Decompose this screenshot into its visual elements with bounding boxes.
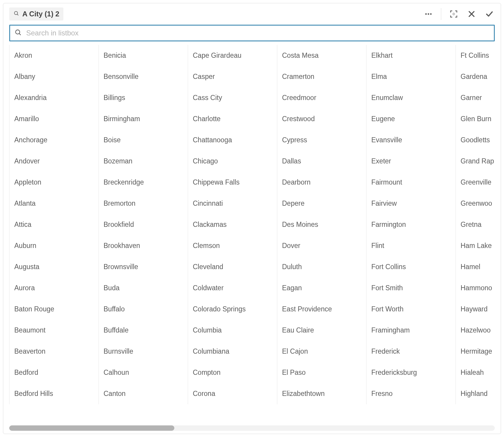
list-item[interactable]: Grand Rap xyxy=(456,151,501,172)
cancel-button[interactable] xyxy=(466,9,477,19)
list-item[interactable]: Appleton xyxy=(9,172,98,193)
list-item[interactable]: Atlanta xyxy=(9,193,98,214)
list-item[interactable]: Compton xyxy=(188,362,277,383)
list-item[interactable]: Costa Mesa xyxy=(277,45,366,66)
list-item[interactable]: Amarillo xyxy=(9,108,98,129)
list-item[interactable]: Garner xyxy=(456,87,501,108)
list-item[interactable]: Exeter xyxy=(366,151,456,172)
list-item[interactable]: Cape Girardeau xyxy=(188,45,277,66)
list-item[interactable]: Dallas xyxy=(277,151,366,172)
list-item[interactable]: Hammono xyxy=(456,277,501,299)
list-item[interactable]: Flint xyxy=(366,235,456,256)
list-item[interactable]: Fort Collins xyxy=(366,256,456,277)
list-item[interactable]: Calhoun xyxy=(98,362,188,383)
list-item[interactable]: Hayward xyxy=(456,299,501,320)
more-button[interactable] xyxy=(423,9,434,19)
list-item[interactable]: Burnsville xyxy=(98,341,188,362)
list-item[interactable]: Clackamas xyxy=(188,214,277,235)
list-item[interactable]: Framingham xyxy=(366,320,456,341)
list-item[interactable]: Andover xyxy=(9,151,98,172)
list-item[interactable]: Glen Burn xyxy=(456,108,501,129)
list-item[interactable]: Hialeah xyxy=(456,362,501,383)
list-item[interactable]: Aurora xyxy=(9,277,98,299)
list-item[interactable]: Elma xyxy=(366,66,456,87)
list-item[interactable]: Gretna xyxy=(456,214,501,235)
list-item[interactable]: Bedford Hills xyxy=(9,383,98,404)
list-item[interactable]: Colorado Springs xyxy=(188,299,277,320)
confirm-button[interactable] xyxy=(484,9,495,19)
list-item[interactable]: Fort Worth xyxy=(366,299,456,320)
list-item[interactable]: Highland xyxy=(456,383,501,404)
select-toggle-button[interactable] xyxy=(448,9,459,19)
list-item[interactable]: Coldwater xyxy=(188,277,277,299)
list-item[interactable]: Dearborn xyxy=(277,172,366,193)
list-item[interactable]: Eau Claire xyxy=(277,320,366,341)
list-item[interactable]: Brookfield xyxy=(98,214,188,235)
list-item[interactable]: Greenville xyxy=(456,172,501,193)
list-item[interactable]: Fresno xyxy=(366,383,456,404)
list-item[interactable]: Anchorage xyxy=(9,129,98,151)
list-item[interactable]: Chippewa Falls xyxy=(188,172,277,193)
list-item[interactable]: Des Moines xyxy=(277,214,366,235)
list-item[interactable]: Goodletts xyxy=(456,129,501,151)
list-item[interactable]: Frederick xyxy=(366,341,456,362)
list-item[interactable]: Elkhart xyxy=(366,45,456,66)
list-item[interactable]: Birmingham xyxy=(98,108,188,129)
list-item[interactable]: Columbia xyxy=(188,320,277,341)
list-item[interactable]: Cypress xyxy=(277,129,366,151)
list-item[interactable]: El Cajon xyxy=(277,341,366,362)
list-item[interactable]: Clemson xyxy=(188,235,277,256)
list-item[interactable]: Depere xyxy=(277,193,366,214)
list-item[interactable]: Cramerton xyxy=(277,66,366,87)
list-item[interactable]: Fredericksburg xyxy=(366,362,456,383)
list-item[interactable]: Charlotte xyxy=(188,108,277,129)
list-item[interactable]: Duluth xyxy=(277,256,366,277)
list-item[interactable]: Corona xyxy=(188,383,277,404)
list-item[interactable]: Buffalo xyxy=(98,299,188,320)
list-item[interactable]: Chattanooga xyxy=(188,129,277,151)
list-item[interactable]: Fairview xyxy=(366,193,456,214)
list-item[interactable]: Crestwood xyxy=(277,108,366,129)
list-item[interactable]: Creedmoor xyxy=(277,87,366,108)
list-item[interactable]: Hazelwoo xyxy=(456,320,501,341)
list-item[interactable]: Fort Smith xyxy=(366,277,456,299)
list-item[interactable]: Attica xyxy=(9,214,98,235)
title-pill[interactable]: A City (1) 2 xyxy=(9,7,63,21)
list-item[interactable]: Billings xyxy=(98,87,188,108)
list-item[interactable]: Columbiana xyxy=(188,341,277,362)
list-item[interactable]: Casper xyxy=(188,66,277,87)
list-item[interactable]: Chicago xyxy=(188,151,277,172)
list-item[interactable]: Ham Lake xyxy=(456,235,501,256)
horizontal-scrollbar[interactable] xyxy=(9,425,495,431)
list-item[interactable]: Fairmount xyxy=(366,172,456,193)
list-item[interactable]: Hermitage xyxy=(456,341,501,362)
list-item[interactable]: Brookhaven xyxy=(98,235,188,256)
list-item[interactable]: Beaverton xyxy=(9,341,98,362)
list-item[interactable]: Albany xyxy=(9,66,98,87)
list-item[interactable]: Bremorton xyxy=(98,193,188,214)
list-item[interactable]: Bensonville xyxy=(98,66,188,87)
list-item[interactable]: Augusta xyxy=(9,256,98,277)
list-item[interactable]: Ft Collins xyxy=(456,45,501,66)
list-item[interactable]: Hamel xyxy=(456,256,501,277)
list-item[interactable]: Enumclaw xyxy=(366,87,456,108)
list-item[interactable]: El Paso xyxy=(277,362,366,383)
search-input[interactable] xyxy=(26,29,490,37)
list-item[interactable]: Breckenridge xyxy=(98,172,188,193)
list-item[interactable]: East Providence xyxy=(277,299,366,320)
list-item[interactable]: Brownsville xyxy=(98,256,188,277)
list-item[interactable]: Alexandria xyxy=(9,87,98,108)
list-item[interactable]: Greenwoo xyxy=(456,193,501,214)
list-item[interactable]: Beaumont xyxy=(9,320,98,341)
list-item[interactable]: Buda xyxy=(98,277,188,299)
list-item[interactable]: Cass City xyxy=(188,87,277,108)
list-item[interactable]: Boise xyxy=(98,129,188,151)
search-box[interactable] xyxy=(9,25,495,41)
list-item[interactable]: Auburn xyxy=(9,235,98,256)
list-item[interactable]: Buffdale xyxy=(98,320,188,341)
list-item[interactable]: Cleveland xyxy=(188,256,277,277)
list-item[interactable]: Eagan xyxy=(277,277,366,299)
list-item[interactable]: Bozeman xyxy=(98,151,188,172)
list-item[interactable]: Benicia xyxy=(98,45,188,66)
list-item[interactable]: Bedford xyxy=(9,362,98,383)
